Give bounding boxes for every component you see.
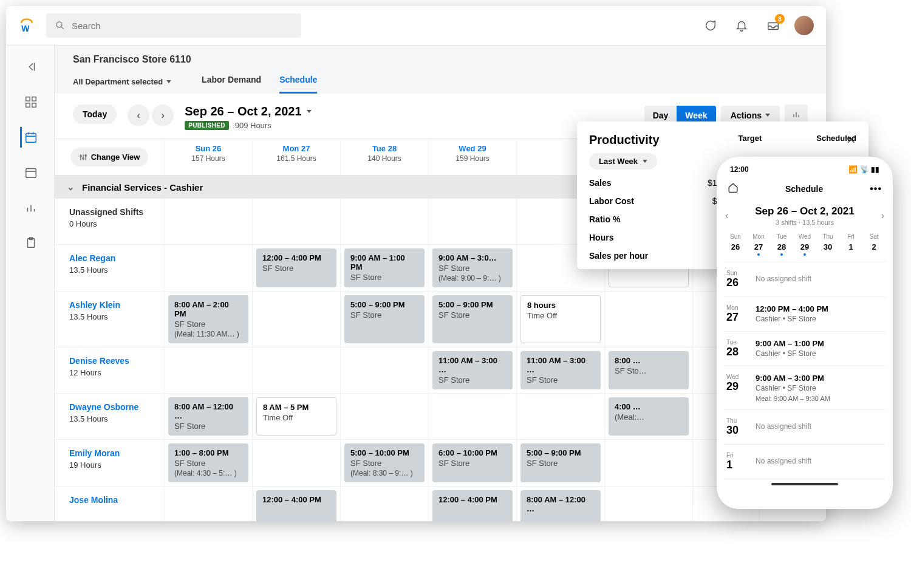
user-avatar[interactable]	[794, 16, 814, 35]
phone-day-item[interactable]: Sun26No assigned shift	[724, 262, 885, 297]
home-icon[interactable]	[728, 182, 739, 196]
schedule-cell[interactable]: 5:00 – 10:00 PMSF Store(Meal: 8:30 – 9:……	[340, 440, 428, 486]
phone-weekday[interactable]: Tue28	[773, 233, 791, 256]
schedule-cell[interactable]: 12:00 – 4:00 PM	[252, 487, 340, 521]
schedule-cell[interactable]	[340, 199, 428, 244]
shift-card[interactable]: 9:00 AM – 1:00 PMSF Store	[344, 248, 425, 287]
shift-card[interactable]: 11:00 AM – 3:00 …SF Store	[520, 351, 601, 389]
schedule-cell[interactable]: 9:00 AM – 3:0…SF Store(Meal: 9:00 – 9:… …	[428, 245, 516, 291]
worker-name[interactable]: Ashley Klein	[69, 300, 157, 310]
date-range-picker[interactable]: Sep 26 – Oct 2, 2021	[185, 104, 311, 118]
dashboard-icon[interactable]	[20, 92, 41, 112]
schedule-cell[interactable]	[252, 440, 340, 486]
inbox-icon[interactable]: 8	[763, 15, 783, 36]
prev-week-button[interactable]: ‹	[128, 104, 149, 126]
worker-name[interactable]: Jose Molina	[69, 495, 157, 505]
phone-weekday[interactable]: Sat2	[865, 233, 883, 256]
schedule-cell[interactable]	[340, 487, 428, 521]
phone-weekday[interactable]: Mon27	[749, 233, 768, 256]
productivity-period-select[interactable]: Last Week	[589, 153, 657, 169]
department-select[interactable]: All Department selected	[73, 77, 171, 86]
schedule-cell[interactable]	[164, 487, 252, 521]
schedule-cell[interactable]	[164, 199, 252, 244]
chat-icon[interactable]	[700, 15, 720, 36]
calendar-icon[interactable]	[20, 162, 41, 183]
worker-name[interactable]: Emily Moran	[69, 448, 157, 458]
shift-card[interactable]: 12:00 – 4:00 PMSF Store	[256, 248, 336, 287]
tab-labor-demand[interactable]: Labor Demand	[202, 70, 261, 94]
schedule-cell[interactable]	[252, 199, 340, 244]
schedule-cell[interactable]	[340, 394, 428, 439]
schedule-cell[interactable]: 4:00 …(Meal:…	[604, 394, 692, 439]
schedule-cell[interactable]: 8:00 AM – 2:00 PMSF Store(Meal: 11:30 AM…	[164, 292, 252, 347]
day-column[interactable]: Sun 26157 Hours	[164, 139, 252, 175]
shift-card[interactable]: 1:00 – 8:00 PMSF Store(Meal: 4:30 – 5:… …	[168, 443, 248, 482]
shift-card[interactable]: 4:00 …(Meal:…	[609, 397, 689, 436]
schedule-cell[interactable]	[604, 487, 692, 521]
phone-day-item[interactable]: Wed299:00 AM – 3:00 PMCashier • SF Store…	[724, 366, 885, 410]
phone-weekday[interactable]: Wed29	[796, 233, 814, 256]
today-button[interactable]: Today	[73, 104, 117, 124]
schedule-cell[interactable]	[604, 292, 692, 347]
schedule-cell[interactable]: 8:00 …SF Sto…	[604, 347, 692, 393]
timeoff-card[interactable]: 8 hoursTime Off	[520, 295, 601, 343]
schedule-cell[interactable]: 5:00 – 9:00 PMSF Store	[340, 292, 428, 347]
schedule-cell[interactable]	[516, 394, 604, 439]
schedule-icon[interactable]	[20, 127, 41, 148]
workday-logo-icon[interactable]: W	[18, 17, 35, 34]
reports-icon[interactable]	[20, 197, 41, 218]
phone-weekday[interactable]: Fri1	[842, 233, 860, 256]
schedule-cell[interactable]	[340, 347, 428, 393]
shift-card[interactable]: 8:00 AM – 12:00 …	[520, 490, 601, 521]
bell-icon[interactable]	[731, 15, 752, 36]
schedule-cell[interactable]: 9:00 AM – 1:00 PMSF Store	[340, 245, 428, 291]
schedule-cell[interactable]	[164, 245, 252, 291]
schedule-cell[interactable]	[428, 199, 516, 244]
schedule-cell[interactable]: 8:00 AM – 12:00 …SF Store	[164, 394, 252, 439]
phone-weekday[interactable]: Sun26	[726, 233, 745, 256]
search-field[interactable]	[72, 21, 293, 31]
phone-prev-button[interactable]: ‹	[725, 210, 728, 221]
phone-next-button[interactable]: ›	[881, 210, 884, 221]
phone-day-item[interactable]: Thu30No assigned shift	[724, 410, 885, 445]
worker-name[interactable]: Denise Reeves	[69, 356, 157, 366]
shift-card[interactable]: 8:00 …SF Sto…	[609, 351, 689, 389]
day-column[interactable]: Tue 28140 Hours	[340, 139, 428, 175]
collapse-icon[interactable]	[20, 56, 41, 77]
shift-card[interactable]: 8:00 AM – 12:00 …SF Store	[168, 397, 248, 436]
schedule-cell[interactable]: 12:00 – 4:00 PMSF Store	[252, 245, 340, 291]
shift-card[interactable]: 5:00 – 9:00 PMSF Store	[432, 295, 513, 343]
schedule-cell[interactable]: 6:00 – 10:00 PMSF Store	[428, 440, 516, 486]
search-input[interactable]	[46, 13, 301, 38]
schedule-cell[interactable]	[252, 347, 340, 393]
schedule-cell[interactable]	[604, 440, 692, 486]
tab-schedule[interactable]: Schedule	[279, 70, 317, 94]
schedule-cell[interactable]: 5:00 – 9:00 PMSF Store	[516, 440, 604, 486]
shift-card[interactable]: 12:00 – 4:00 PM	[432, 490, 513, 521]
schedule-cell[interactable]: 1:00 – 8:00 PMSF Store(Meal: 4:30 – 5:… …	[164, 440, 252, 486]
worker-name[interactable]: Alec Regan	[69, 253, 157, 263]
worker-name[interactable]: Dwayne Osborne	[69, 402, 157, 412]
phone-day-item[interactable]: Mon2712:00 PM – 4:00 PMCashier • SF Stor…	[724, 297, 885, 332]
schedule-cell[interactable]	[252, 292, 340, 347]
schedule-cell[interactable]: 8 AM – 5 PMTime Off	[252, 394, 340, 439]
schedule-cell[interactable]: 11:00 AM – 3:00 …SF Store	[428, 347, 516, 393]
clipboard-icon[interactable]	[20, 233, 41, 253]
change-view-button[interactable]: Change View	[70, 148, 149, 166]
schedule-cell[interactable]: 8 hoursTime Off	[516, 292, 604, 347]
phone-weekday[interactable]: Thu30	[819, 233, 837, 256]
shift-card[interactable]: 5:00 – 9:00 PMSF Store	[520, 443, 601, 482]
schedule-cell[interactable]: 8:00 AM – 12:00 …	[516, 487, 604, 521]
day-column[interactable]: Wed 29159 Hours	[428, 139, 516, 175]
timeoff-card[interactable]: 8 AM – 5 PMTime Off	[256, 397, 336, 436]
shift-card[interactable]: 12:00 – 4:00 PM	[256, 490, 336, 521]
schedule-cell[interactable]: 12:00 – 4:00 PM	[428, 487, 516, 521]
next-week-button[interactable]: ›	[152, 104, 174, 126]
schedule-cell[interactable]: 5:00 – 9:00 PMSF Store	[428, 292, 516, 347]
schedule-cell[interactable]	[428, 394, 516, 439]
shift-card[interactable]: 11:00 AM – 3:00 …SF Store	[432, 351, 513, 389]
schedule-cell[interactable]: 11:00 AM – 3:00 …SF Store	[516, 347, 604, 393]
shift-card[interactable]: 9:00 AM – 3:0…SF Store(Meal: 9:00 – 9:… …	[432, 248, 513, 287]
shift-card[interactable]: 8:00 AM – 2:00 PMSF Store(Meal: 11:30 AM…	[168, 295, 248, 343]
shift-card[interactable]: 6:00 – 10:00 PMSF Store	[432, 443, 513, 482]
